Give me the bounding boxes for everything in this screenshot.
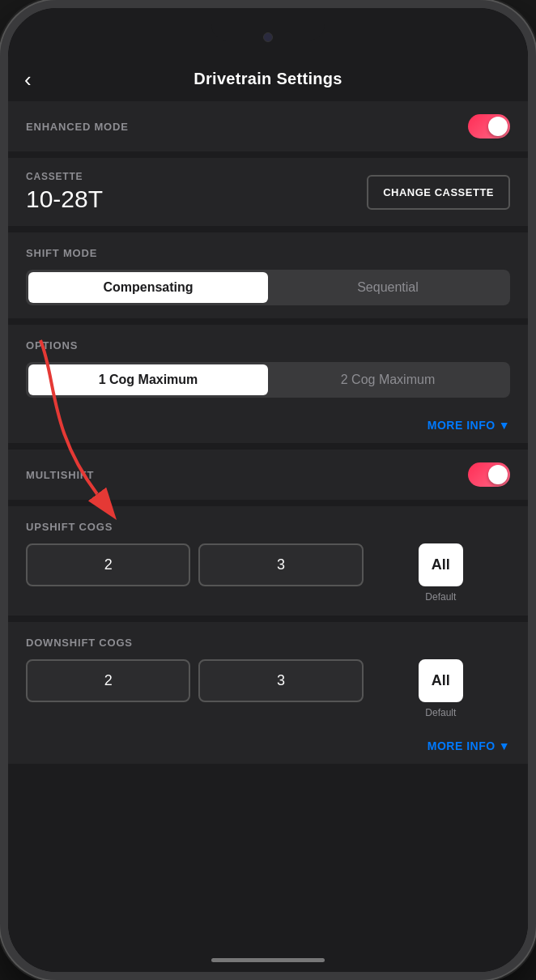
downshift-cog-all-wrapper: All Default <box>372 659 510 718</box>
shift-mode-compensating[interactable]: Compensating <box>28 272 268 303</box>
cassette-label: CASSETTE <box>26 171 103 182</box>
downshift-cog-all[interactable]: All <box>419 659 463 702</box>
divider-4 <box>8 443 528 450</box>
options-control: 1 Cog Maximum 2 Cog Maximum <box>26 362 510 398</box>
upshift-cog-3[interactable]: 3 <box>198 543 363 586</box>
downshift-cogs-label: DOWNSHIFT COGS <box>26 637 133 649</box>
enhanced-mode-label: ENHANCED MODE <box>26 121 129 133</box>
downshift-more-info-button[interactable]: MORE INFO ▼ <box>428 739 510 752</box>
volume-up-button[interactable] <box>0 154 2 194</box>
back-button[interactable]: ‹ <box>24 69 32 90</box>
volume-down-button[interactable] <box>0 211 2 275</box>
divider-2 <box>8 226 528 232</box>
cassette-section: CASSETTE 10-28T CHANGE CASSETTE <box>8 158 528 226</box>
option-1-cog[interactable]: 1 Cog Maximum <box>28 364 268 395</box>
page-title: Drivetrain Settings <box>194 70 342 88</box>
downshift-cogs-section: DOWNSHIFT COGS 2 3 All Default <box>8 622 528 731</box>
options-more-info-chevron: ▼ <box>499 419 510 432</box>
shift-mode-sequential[interactable]: Sequential <box>268 272 508 303</box>
cassette-value: 10-28T <box>26 185 103 213</box>
downshift-default-label: Default <box>425 707 456 718</box>
multishift-toggle-knob <box>488 465 508 484</box>
options-section: OPTIONS 1 Cog Maximum 2 Cog Maximum <box>8 325 528 411</box>
downshift-cog-2[interactable]: 2 <box>26 659 190 702</box>
home-indicator[interactable] <box>211 958 325 962</box>
downshift-cog-buttons: 2 3 All Default <box>26 659 510 718</box>
app-content: ‹ Drivetrain Settings ENHANCED MODE CASS… <box>8 57 528 972</box>
upshift-cog-2[interactable]: 2 <box>26 543 190 586</box>
downshift-more-info-label: MORE INFO <box>428 739 496 752</box>
options-label: OPTIONS <box>26 339 78 352</box>
multishift-label: MULTISHIFT <box>26 469 94 481</box>
upshift-cog-all[interactable]: All <box>419 543 463 586</box>
upshift-cogs-section: UPSHIFT COGS 2 3 All Default <box>8 506 528 616</box>
upshift-cog-buttons: 2 3 All Default <box>26 543 510 603</box>
option-2-cog[interactable]: 2 Cog Maximum <box>268 364 508 395</box>
upshift-default-label: Default <box>425 591 456 603</box>
downshift-more-info-row: MORE INFO ▼ <box>8 731 528 764</box>
shift-mode-section: SHIFT MODE Compensating Sequential <box>8 232 528 318</box>
divider-6 <box>8 616 528 622</box>
divider-5 <box>8 500 528 506</box>
notch <box>211 18 325 40</box>
phone-screen: ‹ Drivetrain Settings ENHANCED MODE CASS… <box>8 8 528 972</box>
downshift-cog-3[interactable]: 3 <box>198 659 363 702</box>
divider-3 <box>8 318 528 325</box>
phone-frame: ‹ Drivetrain Settings ENHANCED MODE CASS… <box>0 0 536 980</box>
enhanced-mode-toggle[interactable] <box>468 114 510 138</box>
camera <box>263 32 273 42</box>
shift-mode-control: Compensating Sequential <box>26 270 510 305</box>
silent-switch[interactable] <box>0 292 2 356</box>
options-more-info-label: MORE INFO <box>428 419 496 432</box>
header: ‹ Drivetrain Settings <box>8 57 528 101</box>
change-cassette-button[interactable]: CHANGE CASSETTE <box>367 175 510 210</box>
upshift-cogs-label: UPSHIFT COGS <box>26 521 113 533</box>
enhanced-mode-row: ENHANCED MODE <box>8 101 528 151</box>
cassette-info: CASSETTE 10-28T <box>26 171 103 213</box>
options-more-info-button[interactable]: MORE INFO ▼ <box>428 419 510 432</box>
multishift-row: MULTISHIFT <box>8 450 528 500</box>
multishift-toggle[interactable] <box>468 462 510 487</box>
toggle-knob <box>488 117 508 136</box>
shift-mode-label: SHIFT MODE <box>26 247 97 259</box>
upshift-cog-all-wrapper: All Default <box>372 543 510 603</box>
options-more-info-row: MORE INFO ▼ <box>8 411 528 443</box>
divider-1 <box>8 151 528 158</box>
downshift-more-info-chevron: ▼ <box>499 739 510 752</box>
